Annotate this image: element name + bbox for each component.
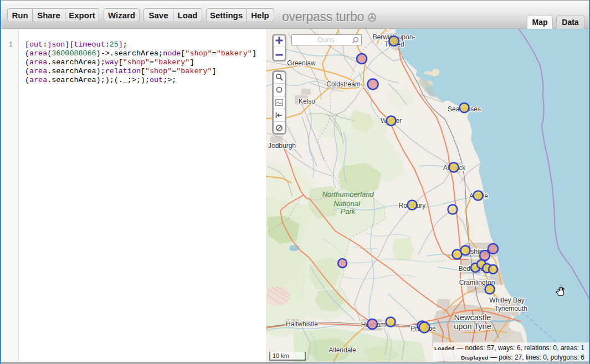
- svg-text:upon Tyne: upon Tyne: [454, 322, 491, 331]
- svg-text:Haltwhistle: Haltwhistle: [286, 320, 318, 328]
- svg-text:Kelso: Kelso: [299, 98, 315, 105]
- svg-text:National: National: [334, 199, 361, 208]
- svg-text:Jedburgh: Jedburgh: [268, 142, 296, 150]
- svg-text:Greenlaw: Greenlaw: [287, 59, 316, 67]
- svg-text:Newcastle: Newcastle: [454, 313, 491, 322]
- svg-text:Northumberland: Northumberland: [322, 190, 374, 198]
- svg-text:Park: Park: [341, 207, 356, 216]
- svg-text:Whitley Bay: Whitley Bay: [489, 296, 524, 304]
- svg-text:Tynemouth: Tynemouth: [494, 305, 527, 312]
- svg-text:Coldstream: Coldstream: [326, 80, 360, 88]
